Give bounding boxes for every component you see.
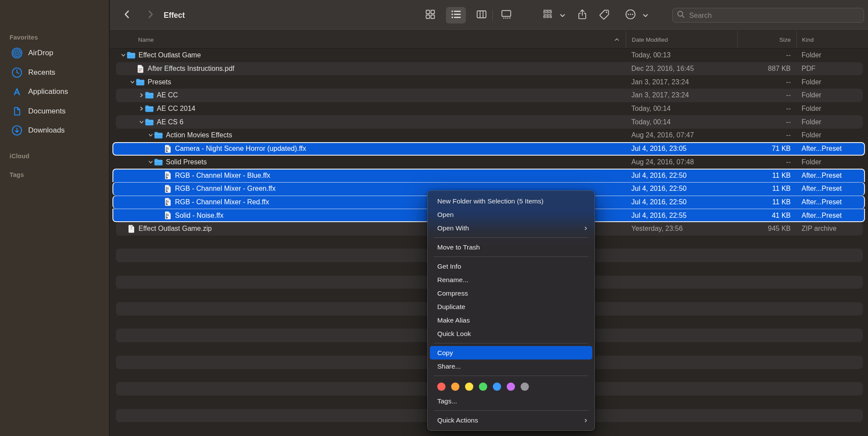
chevron-right-icon[interactable]	[138, 106, 145, 111]
size-cell: 11 KB	[737, 185, 796, 193]
menu-separator	[434, 343, 588, 343]
menu-item-get-info[interactable]: Get Info	[428, 260, 594, 273]
sidebar-item-recents[interactable]: Recents	[0, 63, 109, 83]
column-header-name[interactable]: Name	[110, 31, 626, 48]
chevron-down-icon[interactable]	[147, 160, 154, 165]
file-row[interactable]: Action Movies EffectsAug 24, 2016, 07:47…	[110, 129, 868, 142]
menu-item-compress[interactable]: Compress	[428, 286, 594, 300]
menu-item-duplicate[interactable]: Duplicate	[428, 300, 594, 313]
file-row[interactable]: AE CC 2014Today, 00:14--Folder	[110, 102, 868, 116]
tag-color-gray[interactable]	[521, 383, 529, 391]
group-by-button[interactable]	[540, 7, 555, 23]
forward-button[interactable]	[142, 7, 158, 23]
size-cell: --	[737, 78, 796, 86]
kind-cell: After...Preset	[796, 212, 868, 220]
file-name: RGB - Channel Mixer - Red.ffx	[175, 198, 269, 206]
sidebar-item-downloads[interactable]: Downloads	[0, 121, 109, 140]
ffx-icon: fx	[163, 171, 172, 180]
column-view-button[interactable]	[472, 7, 492, 23]
file-name: Camera - Night Scene Horror (updated).ff…	[175, 145, 306, 153]
page-title: Effect	[164, 0, 185, 30]
menu-item-move-to-trash[interactable]: Move to Trash	[428, 240, 594, 254]
search-input[interactable]	[688, 11, 859, 20]
menu-item-new-folder-with-selection-5-items[interactable]: New Folder with Selection (5 Items)	[428, 194, 594, 208]
date-modified-cell: Dec 23, 2016, 16:45	[626, 65, 737, 73]
tag-color-purple[interactable]	[507, 383, 515, 391]
menu-item-quick-look[interactable]: Quick Look	[428, 327, 594, 340]
search-icon	[677, 10, 685, 20]
file-name-cell: After Effects Instructions.pdf	[110, 64, 626, 73]
file-row[interactable]: fxCamera - Night Scene Horror (updated).…	[110, 142, 868, 156]
file-row[interactable]: AE CCJan 3, 2017, 23:24--Folder	[110, 89, 868, 102]
date-modified-cell: Yesterday, 23:56	[626, 225, 737, 233]
chevron-right-icon[interactable]	[138, 93, 145, 98]
file-row[interactable]: Solid PresetsAug 24, 2016, 07:48--Folder	[110, 156, 868, 169]
column-view-icon	[476, 9, 487, 22]
tag-color-red[interactable]	[437, 383, 446, 391]
menu-item-open-with[interactable]: Open With›	[428, 221, 594, 235]
menu-item-tags[interactable]: Tags...	[428, 394, 594, 408]
list-view-button[interactable]	[446, 7, 466, 23]
zip-icon	[127, 224, 135, 233]
file-name: Action Movies Effects	[166, 131, 232, 139]
file-name: AE CS 6	[157, 118, 183, 126]
tag-color-green[interactable]	[479, 383, 487, 391]
menu-item-quick-actions[interactable]: Quick Actions›	[428, 413, 594, 427]
search-field[interactable]	[672, 8, 864, 23]
file-row[interactable]: AE CS 6Today, 00:14--Folder	[110, 115, 868, 129]
file-row[interactable]: PresetsJan 3, 2017, 23:24--Folder	[110, 75, 868, 89]
menu-item-label: Compress	[437, 290, 587, 297]
folder-icon	[154, 158, 163, 166]
kind-cell: ZIP archive	[796, 225, 868, 233]
sidebar-section-favorites: Favorites	[10, 34, 109, 41]
file-row[interactable]: Effect Outlast GameToday, 00:13--Folder	[110, 49, 868, 62]
sidebar-item-documents[interactable]: Documents	[0, 102, 109, 121]
size-cell: --	[737, 118, 796, 126]
sidebar-item-label: AirDrop	[28, 49, 53, 57]
kind-cell: Folder	[796, 118, 868, 126]
share-button[interactable]	[574, 7, 590, 23]
folder-icon	[136, 78, 145, 87]
file-row[interactable]: fxRGB - Channel Mixer - Blue.ffxJul 4, 2…	[110, 169, 868, 182]
icon-view-button[interactable]	[420, 7, 440, 23]
menu-item-rename[interactable]: Rename...	[428, 273, 594, 286]
file-name: Effect Outlast Game.zip	[139, 225, 212, 233]
date-modified-cell: Jul 4, 2016, 22:50	[626, 185, 737, 193]
sidebar-item-applications[interactable]: Applications	[0, 82, 109, 102]
menu-item-make-alias[interactable]: Make Alias	[428, 313, 594, 327]
menu-item-open[interactable]: Open	[428, 208, 594, 221]
list-column-headers: Name Date Modified Size Kind	[110, 30, 868, 49]
tag-color-row	[428, 379, 594, 394]
chevron-down-icon[interactable]	[147, 133, 154, 138]
menu-item-copy[interactable]: Copy	[430, 346, 592, 359]
column-header-kind[interactable]: Kind	[796, 31, 868, 48]
tag-color-orange[interactable]	[451, 383, 459, 391]
date-modified-cell: Jul 4, 2016, 22:55	[626, 212, 737, 220]
chevron-down-icon[interactable]	[119, 53, 127, 58]
downloads-icon	[11, 125, 23, 136]
column-header-size[interactable]: Size	[737, 31, 796, 48]
file-row[interactable]: After Effects Instructions.pdfDec 23, 20…	[110, 62, 868, 76]
ffx-icon: fx	[163, 144, 172, 153]
sidebar-section-icloud: iCloud	[10, 153, 109, 160]
tag-color-yellow[interactable]	[465, 383, 473, 391]
file-name-cell: AE CC	[110, 91, 626, 100]
chevron-down-icon[interactable]	[138, 120, 145, 125]
chevron-down-icon[interactable]	[129, 80, 136, 85]
date-modified-cell: Today, 00:14	[626, 118, 737, 126]
gallery-view-icon	[501, 9, 512, 22]
column-header-date-modified[interactable]: Date Modified	[626, 31, 737, 48]
sidebar-item-airdrop[interactable]: AirDrop	[0, 43, 109, 63]
more-actions-button[interactable]	[623, 7, 638, 23]
file-name-cell: AE CS 6	[110, 118, 626, 126]
tags-button[interactable]	[597, 7, 612, 23]
finder-window: Favorites AirDropRecentsApplicationsDocu…	[0, 0, 868, 436]
svg-text:fx: fx	[166, 186, 169, 190]
menu-item-label: Open	[437, 211, 587, 219]
tag-color-blue[interactable]	[493, 383, 501, 391]
menu-item-label: Tags...	[437, 397, 587, 405]
gallery-view-button[interactable]	[496, 7, 516, 23]
menu-item-share[interactable]: Share...	[428, 359, 594, 373]
svg-text:fx: fx	[166, 200, 169, 203]
back-button[interactable]	[119, 7, 135, 23]
